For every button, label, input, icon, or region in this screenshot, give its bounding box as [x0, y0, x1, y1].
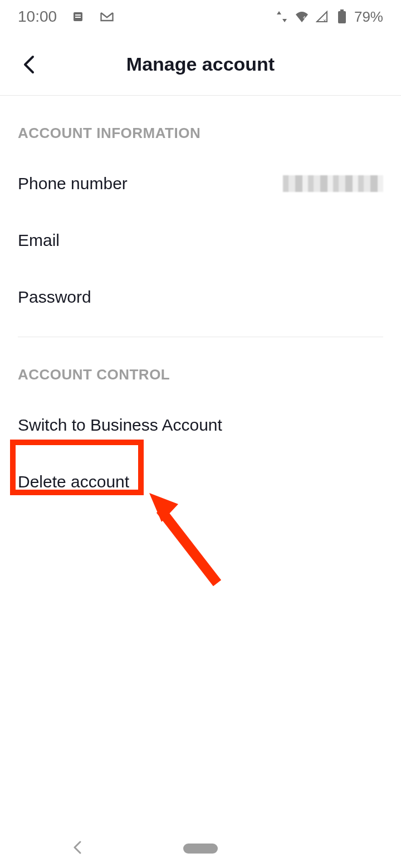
- phone-value-redacted: [283, 175, 383, 192]
- content-area: ACCOUNT INFORMATION Phone number Email P…: [0, 96, 401, 510]
- delete-account-label: Delete account: [18, 472, 129, 491]
- svg-line-8: [160, 510, 217, 583]
- chevron-left-icon: [72, 840, 82, 855]
- email-label: Email: [18, 231, 60, 250]
- svg-rect-5: [340, 9, 344, 11]
- list-item-password[interactable]: Password: [18, 269, 383, 326]
- list-item-email[interactable]: Email: [18, 212, 383, 269]
- nav-back-button[interactable]: [72, 840, 82, 857]
- list-item-delete-account[interactable]: Delete account: [18, 453, 383, 510]
- svg-text:×: ×: [323, 18, 326, 23]
- wifi-icon: 4: [294, 9, 310, 24]
- section-header-account-info: ACCOUNT INFORMATION: [18, 96, 383, 155]
- nav-home-pill[interactable]: [183, 844, 218, 854]
- phone-label: Phone number: [18, 174, 128, 193]
- battery-percentage: 79%: [354, 8, 383, 26]
- svg-rect-2: [75, 17, 81, 18]
- page-title: Manage account: [126, 53, 275, 75]
- svg-rect-1: [75, 14, 81, 16]
- list-item-phone[interactable]: Phone number: [18, 155, 383, 212]
- chevron-left-icon: [22, 53, 36, 76]
- status-left-group: 10:00: [18, 8, 115, 26]
- battery-icon: [334, 9, 350, 24]
- section-header-account-control: ACCOUNT CONTROL: [18, 337, 383, 397]
- status-time: 10:00: [18, 8, 57, 26]
- data-sync-icon: [274, 9, 290, 24]
- notification-icon: [70, 9, 86, 24]
- list-item-switch-business[interactable]: Switch to Business Account: [18, 397, 383, 453]
- page-header: Manage account: [0, 33, 401, 96]
- password-label: Password: [18, 288, 91, 307]
- status-bar: 10:00 4: [0, 0, 401, 33]
- system-nav-bar: [0, 829, 401, 868]
- switch-business-label: Switch to Business Account: [18, 416, 222, 435]
- status-right-group: 4 × 79%: [274, 8, 383, 26]
- gmail-icon: [99, 9, 115, 24]
- svg-text:4: 4: [303, 15, 306, 20]
- back-button[interactable]: [18, 53, 40, 76]
- signal-icon: ×: [314, 9, 330, 24]
